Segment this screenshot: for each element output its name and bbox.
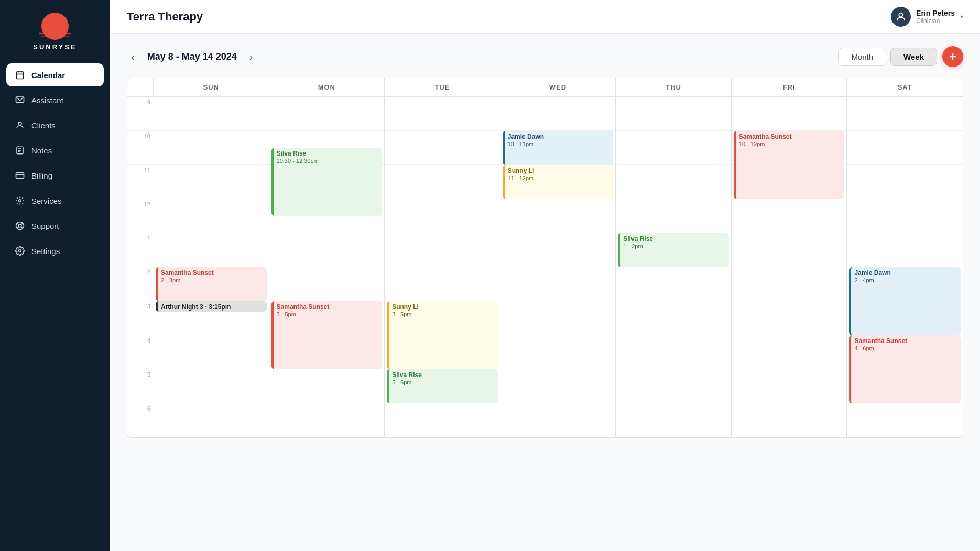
svg-point-18 [18, 224, 21, 227]
event-tue-silva[interactable]: Silva Rise 5 - 6pm [387, 369, 498, 403]
time-11: 11 [127, 165, 154, 199]
assistant-icon [15, 95, 25, 105]
time-4: 4 [127, 335, 154, 369]
sidebar-item-services[interactable]: Services [6, 189, 104, 212]
day-col-fri: Samantha Sunset 10 - 12pm [732, 97, 847, 437]
date-range: May 8 - May 14 2024 [147, 51, 237, 62]
avatar [891, 7, 911, 27]
user-role: Clinician [916, 17, 955, 25]
sidebar-item-support[interactable]: Support [6, 214, 104, 237]
nav-list: Calendar Assistant Clients [0, 63, 110, 543]
time-12: 12 [127, 199, 154, 233]
day-header-sun: SUN [154, 78, 269, 96]
svg-line-20 [21, 227, 23, 228]
nav-assistant-label: Assistant [31, 96, 63, 105]
svg-point-24 [899, 13, 902, 16]
event-fri-samantha[interactable]: Samantha Sunset 10 - 12pm [734, 131, 845, 199]
prev-button[interactable]: ‹ [127, 49, 139, 65]
sidebar-item-clients[interactable]: Clients [6, 114, 104, 137]
nav-support-label: Support [31, 222, 59, 230]
sidebar: SUNRYSE Calendar Assistant [0, 0, 110, 551]
sidebar-item-billing[interactable]: Billing [6, 164, 104, 187]
user-name: Erin Peters [916, 9, 955, 17]
day-col-wed: Jamie Dawn 10 - 11pm Sunny Li 11 - 12pm [500, 97, 616, 437]
day-col-sun: Samantha Sunset 2 - 3pm Arthur Night 3 -… [154, 97, 269, 437]
time-2: 2 [127, 267, 154, 301]
event-tue-sunnyli[interactable]: Sunny Li 3 - 5pm [387, 301, 498, 369]
time-10: 10 [127, 131, 154, 165]
svg-rect-4 [16, 72, 24, 79]
event-mon-silva[interactable]: Silva Rise 10:30 - 12:30pm [271, 148, 383, 216]
month-view-button[interactable]: Month [838, 48, 886, 66]
svg-line-22 [17, 227, 19, 228]
view-buttons: Month Week [838, 48, 937, 66]
nav-calendar-label: Calendar [31, 71, 65, 80]
event-wed-sunnyli[interactable]: Sunny Li 11 - 12pm [503, 165, 614, 199]
chevron-down-icon: ▾ [960, 13, 963, 20]
nav-billing-label: Billing [31, 171, 52, 180]
calendar-wrapper: ‹ May 8 - May 14 2024 › Month Week SUN M… [110, 34, 980, 551]
day-header-thu: THU [616, 78, 732, 96]
calendar-body: 9 10 11 12 1 2 3 4 5 6 [127, 97, 963, 437]
settings-icon [15, 246, 25, 256]
time-1: 1 [127, 233, 154, 267]
day-col-thu: Silva Rise 1 - 2pm [616, 97, 732, 437]
brand-name: SUNRYSE [33, 43, 77, 51]
day-header-wed: WED [500, 78, 616, 96]
app-header: Terra Therapy Erin Peters Clinician ▾ [110, 0, 980, 34]
event-mon-samantha[interactable]: Samantha Sunset 3 - 5pm [271, 301, 383, 369]
sidebar-item-calendar[interactable]: Calendar [6, 63, 104, 86]
time-5: 5 [127, 369, 154, 403]
nav-services-label: Services [31, 196, 62, 205]
user-info: Erin Peters Clinician [916, 9, 955, 25]
support-icon [15, 221, 25, 231]
calendar-grid: SUN MON TUE WED THU FRI SAT 9 10 11 12 1… [127, 78, 963, 438]
services-icon [15, 195, 25, 206]
logo-area: SUNRYSE [33, 13, 77, 51]
nav-clients-label: Clients [31, 121, 56, 130]
time-6: 6 [127, 403, 154, 437]
nav-notes-label: Notes [31, 146, 52, 155]
time-gutter-header [127, 78, 154, 96]
calendar-header-row: SUN MON TUE WED THU FRI SAT [127, 78, 963, 97]
sidebar-item-assistant[interactable]: Assistant [6, 89, 104, 112]
event-wed-jamie[interactable]: Jamie Dawn 10 - 11pm [503, 131, 614, 165]
svg-point-16 [19, 200, 21, 202]
day-header-tue: TUE [385, 78, 500, 96]
main-area: Terra Therapy Erin Peters Clinician ▾ ‹ … [110, 0, 980, 551]
logo-icon [36, 13, 74, 40]
svg-line-19 [17, 223, 19, 225]
day-col-mon: Silva Rise 10:30 - 12:30pm Samantha Suns… [269, 97, 385, 437]
app-title: Terra Therapy [127, 10, 203, 24]
event-thu-silva[interactable]: Silva Rise 1 - 2pm [618, 233, 729, 267]
clients-icon [15, 120, 25, 130]
user-menu[interactable]: Erin Peters Clinician ▾ [891, 7, 963, 27]
add-event-button[interactable] [942, 46, 963, 67]
time-9: 9 [127, 97, 154, 131]
svg-point-9 [18, 122, 21, 125]
calendar-toolbar: ‹ May 8 - May 14 2024 › Month Week [127, 46, 963, 67]
svg-line-21 [21, 223, 23, 225]
sidebar-item-notes[interactable]: Notes [6, 139, 104, 162]
calendar-nav: ‹ May 8 - May 14 2024 › [127, 49, 257, 65]
event-sun-samantha[interactable]: Samantha Sunset 2 - 3pm [156, 267, 267, 301]
svg-point-23 [19, 250, 21, 252]
day-header-mon: MON [269, 78, 385, 96]
view-controls: Month Week [838, 46, 963, 67]
event-sat-samantha[interactable]: Samantha Sunset 4 - 6pm [849, 335, 961, 403]
day-col-sat: Jamie Dawn 2 - 4pm Samantha Sunset 4 - 6… [847, 97, 963, 437]
svg-rect-14 [16, 173, 24, 179]
next-button[interactable]: › [245, 49, 257, 65]
time-column: 9 10 11 12 1 2 3 4 5 6 [127, 97, 154, 437]
billing-icon [15, 170, 25, 181]
event-sun-arthur[interactable]: Arthur Night 3 - 3:15pm [156, 301, 267, 312]
sidebar-item-settings[interactable]: Settings [6, 239, 104, 262]
week-view-button[interactable]: Week [890, 48, 937, 66]
svg-point-1 [41, 13, 69, 40]
notes-icon [15, 145, 25, 156]
time-3: 3 [127, 301, 154, 335]
nav-settings-label: Settings [31, 247, 60, 256]
day-header-fri: FRI [732, 78, 847, 96]
calendar-icon [15, 70, 25, 80]
event-sat-jamie[interactable]: Jamie Dawn 2 - 4pm [849, 267, 961, 335]
